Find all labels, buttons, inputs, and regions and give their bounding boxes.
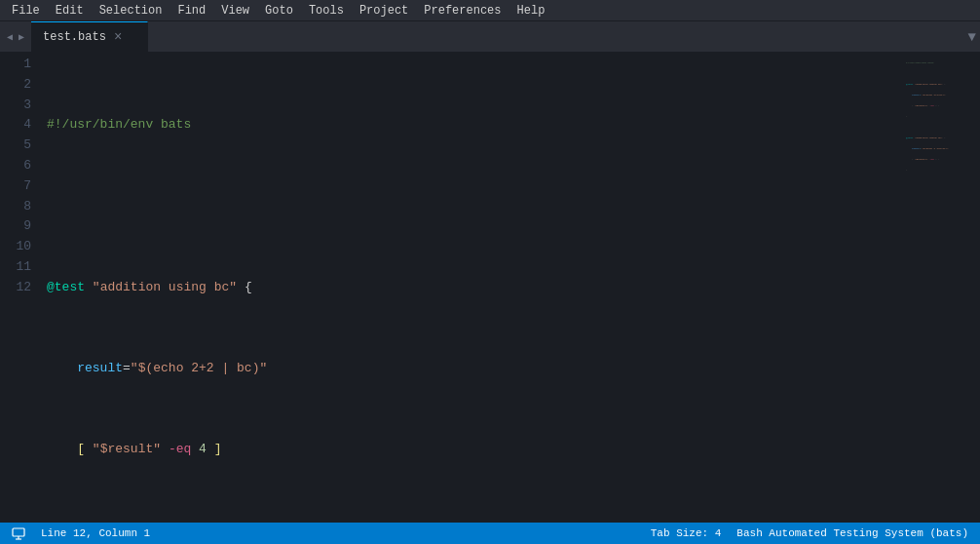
- code-line-3: @test "addition using bc" {: [47, 278, 894, 298]
- code-line-1: #!/usr/bin/env bats: [47, 115, 894, 136]
- tab-bar: ◀ ▶ test.bats × ▼: [0, 21, 980, 53]
- menu-bar: File Edit Selection Find View Goto Tools…: [0, 0, 980, 21]
- menu-file[interactable]: File: [4, 2, 48, 19]
- line-num-11: 11: [0, 257, 31, 278]
- line-num-3: 3: [0, 96, 31, 116]
- code-editor[interactable]: #!/usr/bin/env bats @test "addition usin…: [39, 53, 902, 523]
- menu-view[interactable]: View: [213, 2, 257, 19]
- nav-left-arrow[interactable]: ◀: [4, 29, 16, 45]
- nav-arrows: ◀ ▶: [0, 21, 31, 52]
- statusbar-left: Line 12, Column 1: [12, 526, 150, 540]
- minimap-content: #!/usr/bin/env bats @test "addition usin…: [906, 55, 976, 179]
- status-bar: Line 12, Column 1 Tab Size: 4 Bash Autom…: [0, 523, 980, 544]
- tab-test-bats[interactable]: test.bats ×: [31, 21, 148, 52]
- menu-project[interactable]: Project: [352, 2, 416, 19]
- language-mode[interactable]: Bash Automated Testing System (bats): [736, 527, 968, 539]
- line-num-12: 12: [0, 278, 31, 298]
- code-line-5: [ "$result" -eq 4 ]: [47, 440, 894, 460]
- screen-icon: [12, 526, 29, 540]
- menu-preferences[interactable]: Preferences: [416, 2, 509, 19]
- code-line-4: result="$(echo 2+2 | bc)": [47, 359, 894, 379]
- line-num-2: 2: [0, 75, 31, 96]
- code-line-6: }: [47, 521, 894, 523]
- line-num-6: 6: [0, 156, 31, 176]
- menu-selection[interactable]: Selection: [92, 2, 170, 19]
- line-num-7: 7: [0, 176, 31, 197]
- tab-size[interactable]: Tab Size: 4: [651, 527, 722, 539]
- line-numbers: 1 2 3 4 5 6 7 8 9 10 11 12: [0, 53, 39, 523]
- code-line-2: [47, 197, 894, 217]
- line-num-1: 1: [0, 55, 31, 75]
- tab-dropdown-button[interactable]: ▼: [968, 29, 976, 45]
- menu-goto[interactable]: Goto: [257, 2, 301, 19]
- line-num-8: 8: [0, 197, 31, 217]
- line-num-5: 5: [0, 136, 31, 156]
- tab-close-button[interactable]: ×: [114, 30, 122, 44]
- menu-edit[interactable]: Edit: [48, 2, 92, 19]
- svg-rect-0: [13, 528, 24, 536]
- statusbar-right: Tab Size: 4 Bash Automated Testing Syste…: [651, 527, 968, 539]
- nav-right-arrow[interactable]: ▶: [16, 29, 27, 45]
- tab-label: test.bats: [43, 30, 106, 44]
- menu-tools[interactable]: Tools: [301, 2, 352, 19]
- minimap: #!/usr/bin/env bats @test "addition usin…: [902, 53, 980, 523]
- line-num-9: 9: [0, 216, 31, 237]
- menu-help[interactable]: Help: [509, 2, 553, 19]
- line-num-4: 4: [0, 115, 31, 136]
- menu-find[interactable]: Find: [170, 2, 213, 19]
- cursor-position[interactable]: Line 12, Column 1: [41, 527, 150, 539]
- line-num-10: 10: [0, 237, 31, 257]
- editor-area: 1 2 3 4 5 6 7 8 9 10 11 12 #!/usr/bin/en…: [0, 53, 980, 523]
